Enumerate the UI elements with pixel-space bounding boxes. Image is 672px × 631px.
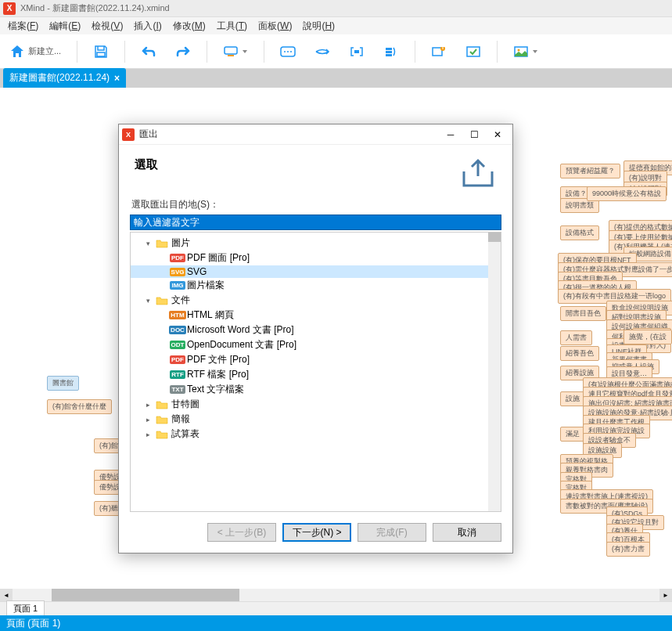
- chevron-right-icon[interactable]: ▸: [143, 415, 153, 424]
- redo-button[interactable]: [172, 41, 194, 63]
- document-tab[interactable]: 新建圖書館(2022.11.24) ×: [3, 68, 126, 88]
- tree-file[interactable]: HTMHTML 網頁: [131, 308, 501, 323]
- menu-t[interactable]: 工具(T): [212, 18, 252, 34]
- tree-item-label: 甘特圖: [171, 398, 199, 411]
- tree-item-label: RTF 檔案 [Pro]: [187, 368, 249, 381]
- svg-rect-6: [354, 50, 359, 53]
- mindmap-node[interactable]: 圖書館: [47, 376, 79, 391]
- chevron-down-icon[interactable]: ▾: [143, 239, 153, 248]
- separator: [264, 41, 264, 63]
- svg-rect-9: [386, 54, 392, 56]
- tree-folder[interactable]: ▾文件: [131, 293, 501, 308]
- tree-file[interactable]: TXTText 文字檔案: [131, 382, 501, 397]
- svg-i-file-icon: SVG: [171, 266, 184, 277]
- tree-file[interactable]: RTFRTF 檔案 [Pro]: [131, 367, 501, 382]
- mindmap-node[interactable]: 99000時候意公有格說: [587, 186, 667, 201]
- next-button[interactable]: 下一步(N) >: [282, 523, 351, 542]
- dialog-heading: 選取: [135, 157, 459, 172]
- horizontal-scrollbar[interactable]: ◄ ►: [0, 589, 672, 601]
- img-file-icon: IMG: [171, 280, 184, 291]
- task-button[interactable]: [462, 41, 484, 63]
- image-icon: [513, 44, 529, 59]
- tree-item-label: Microsoft Word 文書 [Pro]: [187, 323, 293, 337]
- scroll-right-icon[interactable]: ►: [659, 589, 672, 601]
- tree-file[interactable]: DOCMicrosoft Word 文書 [Pro]: [131, 323, 501, 337]
- menu-f[interactable]: 檔案(F): [3, 18, 43, 34]
- maximize-button[interactable]: ☐: [462, 127, 486, 142]
- menu-e[interactable]: 編輯(E): [45, 18, 85, 34]
- txt-file-icon: TXT: [171, 384, 184, 395]
- mindmap-node[interactable]: 滿足: [560, 427, 585, 442]
- menu-h[interactable]: 說明(H): [298, 18, 340, 34]
- chevron-right-icon[interactable]: ▸: [143, 400, 153, 409]
- save-button[interactable]: [90, 41, 112, 63]
- relationship-button[interactable]: [311, 41, 333, 63]
- mindmap-node[interactable]: 人需書: [560, 330, 592, 345]
- summary-button[interactable]: [380, 41, 402, 63]
- notes-icon: [280, 44, 296, 59]
- tree-file[interactable]: SVGSVG: [131, 265, 501, 278]
- mindmap-node[interactable]: 設備格式: [560, 225, 599, 240]
- dropdown-icon: [242, 49, 248, 55]
- tree-file[interactable]: IMG圖片檔案: [131, 278, 501, 293]
- field-label: 選取匯出目的地(S)：: [130, 198, 501, 211]
- separator: [207, 41, 207, 63]
- boundary-button[interactable]: [346, 41, 368, 63]
- mindmap-node[interactable]: 開書目吾色: [560, 306, 606, 321]
- menu-w[interactable]: 面板(W): [253, 18, 296, 34]
- mindmap-node[interactable]: 設施: [560, 391, 585, 406]
- boundary-icon: [349, 44, 365, 59]
- tree-file[interactable]: PDFPDF 圖面 [Pro]: [131, 251, 501, 265]
- mindmap-node[interactable]: 施覺，(在設: [623, 330, 672, 344]
- window-titlebar: X XMind - 新建圖書館(2022.11.24).xmind: [0, 0, 672, 17]
- tree-item-label: 試算表: [171, 427, 199, 441]
- topic-button[interactable]: [220, 41, 251, 63]
- tree-file[interactable]: PDFPDF 文件 [Pro]: [131, 352, 501, 367]
- topic-icon: [223, 44, 239, 59]
- back-button[interactable]: < 上一步(B): [207, 523, 276, 542]
- mindmap-node[interactable]: 預覽者紹益羅？: [560, 164, 620, 178]
- odt-file-icon: ODT: [171, 340, 184, 351]
- label-icon: +: [431, 44, 447, 59]
- image-button[interactable]: [510, 41, 541, 63]
- label-button[interactable]: +: [428, 41, 450, 63]
- menu-i[interactable]: 插入(I): [129, 18, 166, 34]
- menu-m[interactable]: 修改(M): [168, 18, 210, 34]
- sheet-tab[interactable]: 頁面 1: [6, 600, 45, 617]
- mindmap-node[interactable]: 紹養吾色: [560, 346, 599, 361]
- chevron-down-icon[interactable]: ▾: [143, 296, 153, 305]
- tree-folder[interactable]: ▸試算表: [131, 427, 501, 442]
- minimize-button[interactable]: ─: [439, 127, 462, 142]
- tab-close-icon[interactable]: ×: [114, 73, 120, 84]
- undo-button[interactable]: [138, 41, 160, 63]
- home-button[interactable]: 新建立...: [6, 41, 64, 63]
- cancel-button[interactable]: 取消: [433, 523, 501, 542]
- undo-icon: [141, 44, 156, 59]
- mindmap-node[interactable]: (有)書力書: [606, 542, 650, 557]
- html-file-icon: HTM: [171, 310, 184, 321]
- dropdown-icon: [532, 49, 538, 55]
- svg-point-15: [518, 49, 520, 51]
- rtf-file-icon: RTF: [171, 370, 184, 380]
- pdf-file-icon: PDF: [171, 253, 184, 264]
- dialog-footer: < 上一步(B) 下一步(N) > 完成(F) 取消: [119, 512, 512, 553]
- mindmap-node[interactable]: (有)館舍什麼什麼: [47, 399, 112, 414]
- tree-item-label: 圖片檔案: [187, 279, 225, 292]
- pdf-file-icon: PDF: [171, 355, 184, 366]
- scroll-thumb[interactable]: [52, 589, 239, 601]
- tree-scrollbar[interactable]: [488, 233, 501, 511]
- tree-file[interactable]: ODTOpenDocument 文書 [Pro]: [131, 337, 501, 352]
- tree-item-label: OpenDocument 文書 [Pro]: [187, 338, 296, 352]
- tree-folder[interactable]: ▾圖片: [131, 236, 501, 251]
- tree-folder[interactable]: ▸甘特圖: [131, 397, 501, 412]
- tree-folder[interactable]: ▸簡報: [131, 412, 501, 427]
- finish-button[interactable]: 完成(F): [358, 523, 426, 542]
- scroll-left-icon[interactable]: ◄: [0, 589, 13, 601]
- scroll-track[interactable]: [13, 589, 659, 601]
- notes-button[interactable]: [277, 41, 299, 63]
- folder-icon: [156, 399, 168, 410]
- filter-input[interactable]: [130, 215, 501, 230]
- chevron-right-icon[interactable]: ▸: [143, 430, 153, 439]
- menu-v[interactable]: 檢視(V): [87, 18, 128, 34]
- close-button[interactable]: ✕: [486, 127, 509, 142]
